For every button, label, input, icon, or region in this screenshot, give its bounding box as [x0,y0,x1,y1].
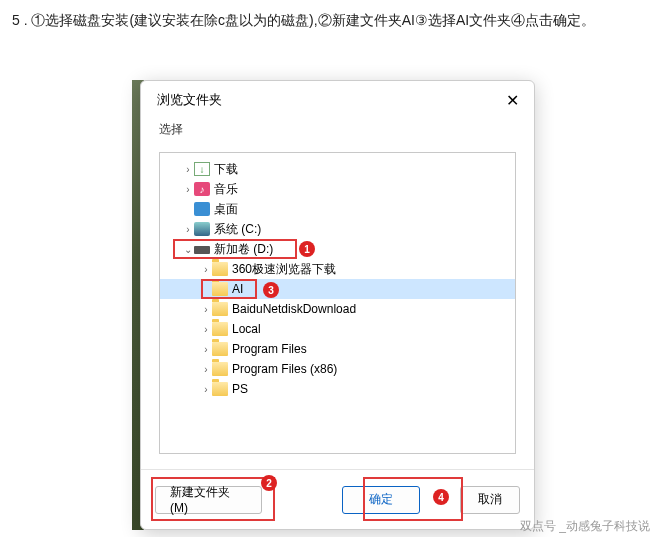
folder-tree[interactable]: ›下载›音乐桌面›系统 (C:)⌄新加卷 (D:)›360极速浏览器下载AI›B… [159,152,516,454]
folder-icon [212,322,228,336]
tree-item-label: 系统 (C:) [214,221,261,238]
tree-item-label: PS [232,382,248,396]
folder-icon [212,282,228,296]
expander-icon[interactable]: › [182,184,194,195]
tree-item-label: Program Files [232,342,307,356]
folder-icon [212,362,228,376]
download-icon [194,162,210,176]
desktop-icon [194,202,210,216]
tree-row[interactable]: ›PS [160,379,515,399]
folder-icon [212,302,228,316]
expander-icon[interactable]: › [182,224,194,235]
tree-item-label: 360极速浏览器下载 [232,261,336,278]
cancel-button[interactable]: 取消 [460,486,520,514]
tree-item-label: BaiduNetdiskDownload [232,302,356,316]
tree-row[interactable]: ›音乐 [160,179,515,199]
tree-row[interactable]: ›Program Files [160,339,515,359]
tree-row[interactable]: ›Program Files (x86) [160,359,515,379]
tree-row[interactable]: ›BaiduNetdiskDownload [160,299,515,319]
music-icon [194,182,210,196]
expander-icon[interactable]: › [200,304,212,315]
watermark-text: 双点号 _动感兔子科技说 [520,518,650,535]
close-icon[interactable]: ✕ [504,92,520,108]
tree-item-label: 桌面 [214,201,238,218]
ok-button[interactable]: 确定 [342,486,420,514]
expander-icon[interactable]: ⌄ [182,244,194,255]
tree-row[interactable]: ›下载 [160,159,515,179]
tree-row[interactable]: ⌄新加卷 (D:) [160,239,515,259]
expander-icon[interactable]: › [200,344,212,355]
drive-icon [194,246,210,254]
expander-icon[interactable]: › [200,384,212,395]
instruction-text: 5 . ①选择磁盘安装(建议安装在除c盘以为的磁盘),②新建文件夹AI③选择AI… [0,0,656,41]
tree-row[interactable]: ›360极速浏览器下载 [160,259,515,279]
tree-item-label: 新加卷 (D:) [214,241,273,258]
folder-icon [212,262,228,276]
folder-icon [212,342,228,356]
tree-item-label: Local [232,322,261,336]
browse-folder-dialog: 浏览文件夹 ✕ 选择 ›下载›音乐桌面›系统 (C:)⌄新加卷 (D:)›360… [140,80,535,530]
dialog-container: 浏览文件夹 ✕ 选择 ›下载›音乐桌面›系统 (C:)⌄新加卷 (D:)›360… [140,80,535,530]
prompt-label: 选择 [159,121,516,138]
tree-item-label: 音乐 [214,181,238,198]
expander-icon[interactable]: › [200,324,212,335]
tree-row[interactable]: ›系统 (C:) [160,219,515,239]
expander-icon[interactable]: › [200,364,212,375]
titlebar: 浏览文件夹 ✕ [141,81,534,115]
folder-icon [212,382,228,396]
expander-icon[interactable]: › [200,264,212,275]
tree-item-label: 下载 [214,161,238,178]
new-folder-button[interactable]: 新建文件夹(M) [155,486,262,514]
system-icon [194,222,210,236]
dialog-body: 选择 ›下载›音乐桌面›系统 (C:)⌄新加卷 (D:)›360极速浏览器下载A… [141,115,534,473]
tree-row[interactable]: AI [160,279,515,299]
dialog-title: 浏览文件夹 [157,91,222,109]
expander-icon[interactable]: › [182,164,194,175]
dialog-footer: 新建文件夹(M) 确定 取消 [141,469,534,529]
tree-item-label: Program Files (x86) [232,362,337,376]
tree-item-label: AI [232,282,243,296]
tree-row[interactable]: ›Local [160,319,515,339]
tree-row[interactable]: 桌面 [160,199,515,219]
